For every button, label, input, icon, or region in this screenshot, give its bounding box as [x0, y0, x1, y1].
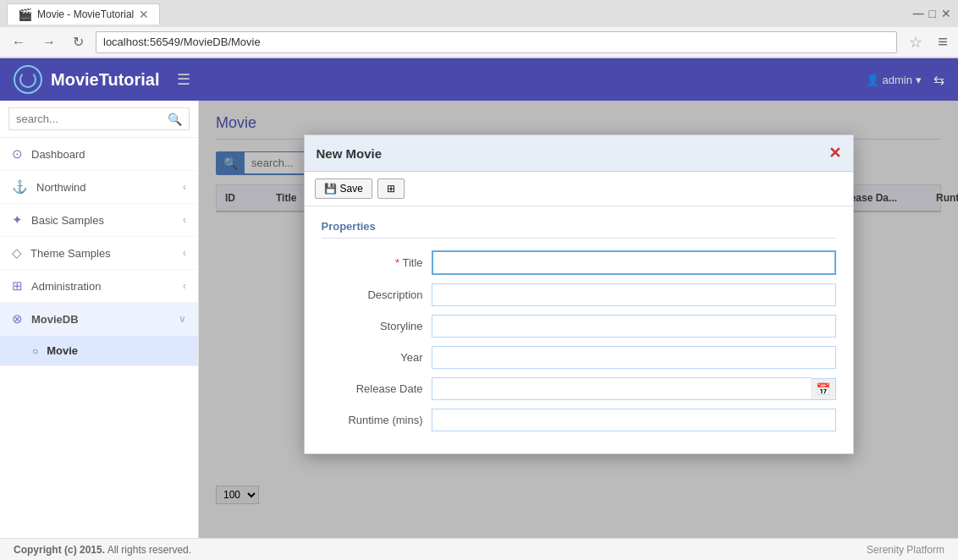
form-row-description: Description [322, 283, 836, 306]
search-input[interactable] [8, 107, 190, 130]
minimize-button[interactable]: ─ [913, 5, 924, 23]
new-movie-modal: New Movie ✕ 💾 Save ⊞ Properties [304, 135, 854, 454]
movie-item-icon: ○ [32, 345, 38, 357]
input-releasedate[interactable] [432, 377, 811, 400]
browser-menu-icon[interactable]: ≡ [934, 32, 951, 52]
modal-toolbar: 💾 Save ⊞ [305, 172, 853, 206]
form-row-year: Year [322, 346, 836, 369]
app-footer: Copyright (c) 2015. All rights reserved.… [0, 538, 958, 560]
sidebar-label-dashboard: Dashboard [31, 148, 186, 161]
form-row-runtime: Runtime (mins) [322, 409, 836, 431]
form-row-releasedate: Release Date 📅 [322, 377, 836, 400]
modal-title: New Movie [317, 146, 383, 161]
input-year[interactable] [432, 346, 836, 369]
bookmark-star-icon: ☆ [904, 33, 928, 52]
main-content: Movie 🔍 ⊕ New Movie ⟳ ⊡ ID Title Descrip… [199, 101, 958, 538]
app-name: MovieTutorial [51, 70, 160, 90]
sidebar-label-moviedb: MovieDB [31, 313, 179, 326]
sidebar: 🔍 ⊙ Dashboard ⚓ Northwind ‹ ✦ Basic Samp… [0, 101, 199, 538]
administration-icon: ⊞ [12, 278, 23, 294]
browser-tab[interactable]: 🎬 Movie - MovieTutorial ✕ [7, 3, 160, 25]
sidebar-item-northwind[interactable]: ⚓ Northwind ‹ [0, 171, 198, 204]
footer-brand: Serenity Platform [867, 544, 944, 556]
address-bar[interactable] [96, 31, 897, 53]
logo-icon [14, 65, 42, 94]
input-storyline[interactable] [432, 315, 836, 338]
footer-copyright: Copyright (c) 2015. All rights reserved. [14, 544, 191, 556]
extra-icon: ⊞ [387, 183, 395, 195]
tab-favicon: 🎬 [18, 8, 32, 21]
save-icon: 💾 [324, 183, 337, 195]
label-year: Year [322, 351, 432, 364]
tab-title: Movie - MovieTutorial [37, 8, 134, 20]
dropdown-arrow-icon: ▾ [916, 74, 922, 86]
date-input-wrap: 📅 [432, 377, 836, 400]
refresh-button[interactable]: ↻ [68, 32, 89, 52]
modal-close-button[interactable]: ✕ [829, 144, 841, 162]
input-title[interactable] [432, 250, 836, 275]
sidebar-item-basic-samples[interactable]: ✦ Basic Samples ‹ [0, 204, 198, 237]
user-icon: 👤 [866, 74, 879, 86]
rights-text: All rights reserved. [107, 544, 191, 556]
label-releasedate: Release Date [322, 382, 432, 395]
app-body: 🔍 ⊙ Dashboard ⚓ Northwind ‹ ✦ Basic Samp… [0, 101, 958, 538]
tab-close-button[interactable]: ✕ [139, 8, 149, 21]
sidebar-search-container: 🔍 [0, 101, 198, 138]
sidebar-item-moviedb[interactable]: ⊗ MovieDB ∨ [0, 303, 198, 336]
hamburger-icon[interactable]: ☰ [177, 70, 190, 89]
forward-button[interactable]: → [37, 33, 61, 52]
sidebar-label-basic-samples: Basic Samples [31, 214, 183, 227]
back-button[interactable]: ← [7, 33, 30, 52]
chevron-right-icon-3: ‹ [183, 247, 186, 259]
label-runtime: Runtime (mins) [322, 414, 432, 426]
save-button[interactable]: 💾 Save [315, 178, 372, 199]
modal-extra-button[interactable]: ⊞ [377, 178, 405, 199]
browser-chrome: 🎬 Movie - MovieTutorial ✕ ─ □ ✕ ← → ↻ ☆ … [0, 0, 958, 58]
maximize-button[interactable]: □ [929, 7, 936, 20]
admin-button[interactable]: 👤 admin ▾ [866, 74, 922, 86]
sidebar-item-movie[interactable]: ○ Movie [0, 336, 198, 366]
sidebar-item-administration[interactable]: ⊞ Administration ‹ [0, 270, 198, 303]
close-button[interactable]: ✕ [941, 7, 951, 20]
chevron-right-icon: ‹ [183, 181, 186, 193]
basic-samples-icon: ✦ [12, 212, 23, 228]
copyright-text: Copyright (c) 2015. [14, 544, 105, 556]
app-wrapper: MovieTutorial ☰ 👤 admin ▾ ⇆ 🔍 ⊙ Dashboar… [0, 58, 958, 560]
form-row-storyline: Storyline [322, 315, 836, 338]
admin-label: admin [883, 74, 912, 86]
chevron-right-icon-4: ‹ [183, 280, 186, 292]
label-title: * Title [322, 256, 432, 269]
sidebar-label-administration: Administration [31, 280, 183, 293]
save-label: Save [340, 183, 363, 195]
modal-overlay: New Movie ✕ 💾 Save ⊞ Properties [199, 101, 958, 538]
app-logo: MovieTutorial [14, 65, 160, 94]
sidebar-label-movie: Movie [47, 344, 186, 357]
form-row-title: * Title [322, 250, 836, 275]
input-runtime[interactable] [432, 409, 836, 431]
sidebar-search-icon-button[interactable]: 🔍 [168, 113, 182, 126]
logo-inner-ring [19, 71, 36, 88]
label-description: Description [322, 288, 432, 301]
modal-header: New Movie ✕ [305, 135, 853, 172]
share-icon[interactable]: ⇆ [933, 72, 944, 88]
browser-nav: ← → ↻ ☆ ≡ [0, 27, 958, 58]
dashboard-icon: ⊙ [12, 146, 23, 162]
required-asterisk: * [395, 256, 402, 269]
label-storyline: Storyline [322, 320, 432, 332]
modal-body: Properties * Title Description [305, 206, 853, 453]
chevron-down-icon: ∨ [179, 313, 186, 325]
chevron-right-icon-2: ‹ [183, 214, 186, 226]
sidebar-item-dashboard[interactable]: ⊙ Dashboard [0, 138, 198, 171]
theme-samples-icon: ◇ [12, 245, 22, 261]
sidebar-label-northwind: Northwind [36, 181, 183, 194]
section-properties-title: Properties [322, 220, 836, 239]
calendar-icon[interactable]: 📅 [811, 378, 836, 400]
moviedb-icon: ⊗ [12, 311, 23, 327]
header-right: 👤 admin ▾ ⇆ [866, 72, 944, 88]
sidebar-label-theme-samples: Theme Samples [30, 247, 183, 260]
app-header: MovieTutorial ☰ 👤 admin ▾ ⇆ [0, 58, 958, 101]
sidebar-item-theme-samples[interactable]: ◇ Theme Samples ‹ [0, 237, 198, 270]
browser-titlebar: 🎬 Movie - MovieTutorial ✕ ─ □ ✕ [0, 0, 958, 27]
northwind-icon: ⚓ [12, 179, 28, 195]
input-description[interactable] [432, 283, 836, 306]
